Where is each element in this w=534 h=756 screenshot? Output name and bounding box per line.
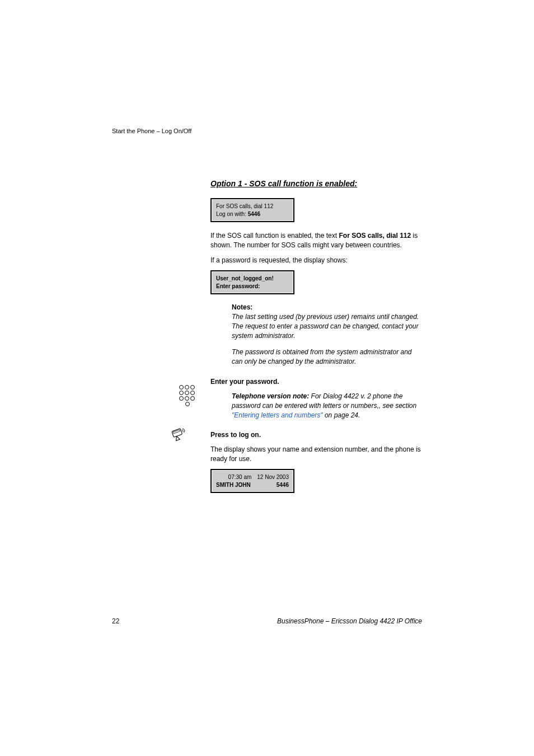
display-value: 5446 xyxy=(248,211,260,217)
paragraph: If a password is requested, the display … xyxy=(210,256,423,265)
page: Start the Phone – Log On/Off Option 1 - … xyxy=(0,0,534,756)
display-ext: 5446 xyxy=(277,481,289,489)
display-time: 07:30 am xyxy=(216,473,257,481)
text-bold: For SOS calls, dial 112 xyxy=(339,232,411,240)
svg-rect-1 xyxy=(173,430,180,434)
paragraph: If the SOS call function is enabled, the… xyxy=(210,231,423,250)
display-row: 07:30 am 12 Nov 2003 xyxy=(216,473,289,481)
notes-text: The password is obtained from the system… xyxy=(232,348,423,367)
action-enter-password: Enter your password. xyxy=(210,376,423,386)
phone-display-ready: 07:30 am 12 Nov 2003 SMITH JOHN 5446 xyxy=(210,469,294,493)
notes-label: Notes: xyxy=(232,303,423,311)
notes-text: The last setting used (by previous user)… xyxy=(232,312,423,340)
footer-title: BusinessPhone – Ericsson Dialog 4422 IP … xyxy=(277,617,422,625)
phone-display-sos: For SOS calls, dial 112 Log on with: 544… xyxy=(210,198,294,222)
display-line: Log on with: 5446 xyxy=(216,210,289,218)
page-number: 22 xyxy=(112,617,119,625)
display-text: Log on with: xyxy=(216,211,248,217)
display-line: User_not_logged_on! xyxy=(216,275,289,283)
version-note: Telephone version note: For Dialog 4422 … xyxy=(232,392,423,420)
display-line: For SOS calls, dial 112 xyxy=(216,203,289,210)
phone-display-password: User_not_logged_on! Enter password: xyxy=(210,270,294,294)
action-label: Enter your password. xyxy=(210,378,279,386)
display-date: 12 Nov 2003 xyxy=(257,473,289,481)
note-text: on page 24. xyxy=(323,411,360,419)
running-header: Start the Phone – Log On/Off xyxy=(112,128,191,134)
speaker-icon xyxy=(169,424,191,447)
display-row: SMITH JOHN 5446 xyxy=(216,481,289,489)
display-name: SMITH JOHN xyxy=(216,481,251,489)
display-line: Enter password: xyxy=(216,283,289,290)
notes-block: Notes: The last setting used (by previou… xyxy=(232,303,423,366)
action-press-logon: Press to log on. xyxy=(210,429,423,439)
note-bold: Telephone version note: xyxy=(232,392,309,400)
content-column: Option 1 - SOS call function is enabled:… xyxy=(210,179,423,502)
action-label: Press to log on. xyxy=(210,431,261,439)
section-heading: Option 1 - SOS call function is enabled: xyxy=(210,179,423,188)
keypad-icon xyxy=(179,385,196,406)
link-entering-letters[interactable]: "Entering letters and numbers" xyxy=(232,411,323,419)
paragraph: The display shows your name and extensio… xyxy=(210,445,423,464)
text: If the SOS call function is enabled, the… xyxy=(210,232,339,240)
